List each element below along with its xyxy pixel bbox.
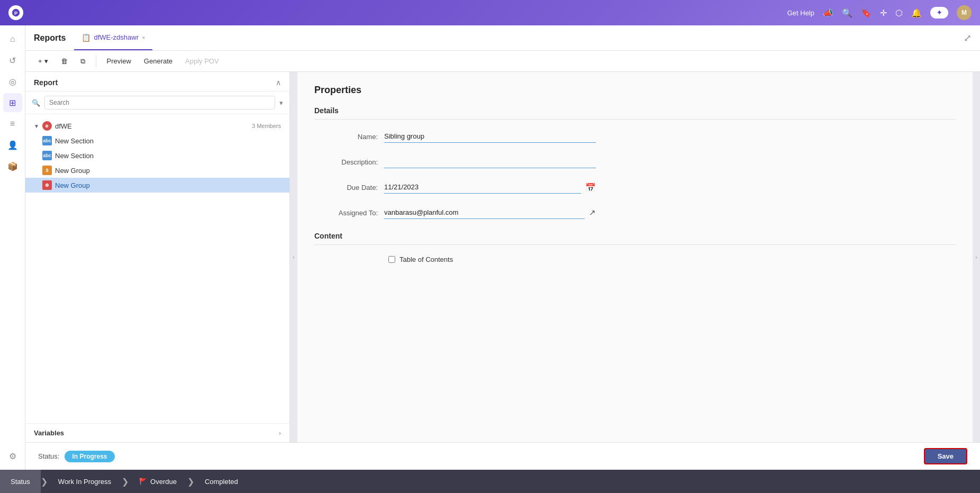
- tree-item-ns1-label: New Section: [55, 137, 94, 145]
- sidebar-item-person[interactable]: 👤: [3, 135, 22, 154]
- tree-item-ns1[interactable]: abc New Section: [25, 133, 289, 148]
- section-icon-ns1: abc: [42, 136, 52, 145]
- tree-item-ng1-label: New Group: [55, 167, 90, 175]
- table-of-contents-label: Table of Contents: [400, 255, 453, 263]
- table-of-contents-row: Table of Contents: [388, 255, 956, 263]
- sidebar-item-back[interactable]: ↺: [3, 51, 22, 70]
- tree-root-item[interactable]: ▼ ⊕ dfWE 3 Members: [25, 118, 289, 133]
- toolbar: + ▾ 🗑 ⧉ Preview Generate Apply POV: [25, 51, 980, 72]
- active-tab[interactable]: 📋 dfWE-zdshawr ×: [74, 25, 152, 50]
- tab-close-icon[interactable]: ×: [142, 34, 145, 41]
- assigned-to-input[interactable]: [384, 206, 585, 219]
- in-progress-badge[interactable]: In Progress: [65, 451, 114, 462]
- page-header: Reports 📋 dfWE-zdshawr × ⤢: [25, 25, 980, 51]
- status-bar-status-label: Status: [11, 478, 30, 486]
- tree-item-ng2-label: New Group: [55, 181, 90, 189]
- tree-item-ng2[interactable]: ⊕ New Group: [25, 178, 289, 193]
- search-icon-small: 🔍: [32, 99, 40, 107]
- user-avatar[interactable]: M: [957, 5, 972, 20]
- apply-pov-button[interactable]: Apply POV: [181, 55, 223, 67]
- dfwe-icon: ⊕: [42, 121, 52, 131]
- flag-icon: 🚩: [139, 478, 147, 485]
- apply-pov-label: Apply POV: [185, 57, 219, 65]
- right-collapse-handle[interactable]: ›: [973, 72, 980, 442]
- properties-title: Properties: [314, 85, 956, 96]
- sidebar-item-settings[interactable]: ⚙: [3, 446, 22, 465]
- left-collapse-handle[interactable]: ‹: [290, 72, 297, 442]
- assigned-to-row: Assigned To: ↗: [314, 206, 956, 219]
- footer-area: Status: In Progress Save: [25, 442, 980, 470]
- variables-title: Variables: [34, 429, 64, 437]
- variables-panel[interactable]: Variables ›: [25, 423, 289, 442]
- due-date-label: Due Date:: [314, 184, 378, 191]
- report-panel: Report ∧ 🔍 ▾ ▼ ⊕ dfWE 3 Members: [25, 72, 290, 442]
- due-date-row: Due Date: 📅: [314, 181, 956, 194]
- cube-icon[interactable]: ⬡: [895, 8, 903, 18]
- add-button[interactable]: + ▾: [34, 55, 52, 67]
- tree-item-ns2[interactable]: abc New Section: [25, 148, 289, 163]
- copy-icon: ⧉: [80, 57, 85, 66]
- status-bar-wip[interactable]: Work In Progress: [48, 470, 122, 493]
- status-bar-completed[interactable]: Completed: [194, 470, 249, 493]
- search-icon[interactable]: 🔍: [842, 8, 852, 18]
- content-section-title: Content: [314, 232, 956, 245]
- page-title: Reports: [34, 33, 66, 43]
- bell-icon[interactable]: 🔔: [911, 8, 922, 18]
- sidebar-item-home[interactable]: ⌂: [3, 30, 22, 49]
- sidebar-item-grid[interactable]: ⊞: [3, 93, 22, 112]
- status-bar-status[interactable]: Status: [0, 470, 41, 493]
- announcements-icon[interactable]: 📣: [823, 8, 833, 18]
- name-row: Name:: [314, 130, 956, 143]
- due-date-input[interactable]: [384, 181, 581, 194]
- tree-chevron-icon: ▼: [34, 123, 39, 129]
- search-input[interactable]: [44, 96, 275, 109]
- status-label: Status:: [38, 452, 59, 460]
- sidebar-item-package[interactable]: 📦: [3, 157, 22, 176]
- add-icon: +: [38, 57, 42, 65]
- tree-item-ns2-label: New Section: [55, 152, 94, 160]
- delete-button[interactable]: 🗑: [57, 55, 72, 67]
- bookmark-icon[interactable]: 🔖: [861, 8, 872, 18]
- external-link-icon[interactable]: ↗: [589, 208, 596, 217]
- section-icon-ng2: ⊕: [42, 180, 52, 190]
- get-help-button[interactable]: Get Help: [787, 9, 814, 17]
- ai-assistant-button[interactable]: ✦: [930, 7, 948, 19]
- save-button[interactable]: Save: [924, 448, 967, 464]
- sidebar-item-bars[interactable]: ≡: [3, 114, 22, 133]
- preview-button[interactable]: Preview: [103, 55, 135, 67]
- sidebar-icon-panel: ⌂ ↺ ◎ ⊞ ≡ 👤 📦 ⚙: [0, 25, 25, 470]
- svg-text:P: P: [14, 11, 17, 16]
- generate-button[interactable]: Generate: [140, 55, 177, 67]
- report-panel-title: Report: [34, 78, 58, 87]
- description-row: Description:: [314, 156, 956, 168]
- tree-root-label: dfWE: [55, 122, 72, 130]
- ai-icon: ✦: [937, 9, 942, 16]
- table-of-contents-checkbox[interactable]: [388, 256, 395, 263]
- section-icon-ng1: $: [42, 166, 52, 175]
- status-bar-overdue[interactable]: 🚩 Overdue: [129, 470, 187, 493]
- status-arrow-3: ❯: [187, 477, 194, 487]
- name-input[interactable]: [384, 130, 596, 143]
- tab-bar: 📋 dfWE-zdshawr ×: [74, 25, 152, 50]
- status-bar-wip-label: Work In Progress: [58, 478, 111, 486]
- sidebar-item-target[interactable]: ◎: [3, 72, 22, 91]
- search-dropdown-icon[interactable]: ▾: [279, 99, 283, 107]
- get-help-label: Get Help: [787, 9, 814, 17]
- name-control: [384, 130, 596, 143]
- calendar-icon[interactable]: 📅: [585, 182, 596, 193]
- status-section: Status: In Progress: [38, 451, 115, 462]
- duplicate-button[interactable]: ⧉: [76, 55, 89, 68]
- navigation-icon[interactable]: ✛: [880, 8, 887, 18]
- tree-item-ng1[interactable]: $ New Group: [25, 163, 289, 178]
- expand-button[interactable]: ⤢: [964, 32, 972, 44]
- due-date-control: 📅: [384, 181, 596, 194]
- planful-logo: P: [8, 5, 23, 20]
- section-icon-ns2: abc: [42, 151, 52, 160]
- name-label: Name:: [314, 133, 378, 141]
- variables-expand-icon: ›: [279, 429, 281, 437]
- trash-icon: 🗑: [61, 57, 68, 65]
- panel-collapse-icon[interactable]: ∧: [276, 78, 281, 87]
- description-control: [384, 156, 596, 168]
- description-input[interactable]: [384, 156, 596, 168]
- status-bar-completed-label: Completed: [205, 478, 238, 486]
